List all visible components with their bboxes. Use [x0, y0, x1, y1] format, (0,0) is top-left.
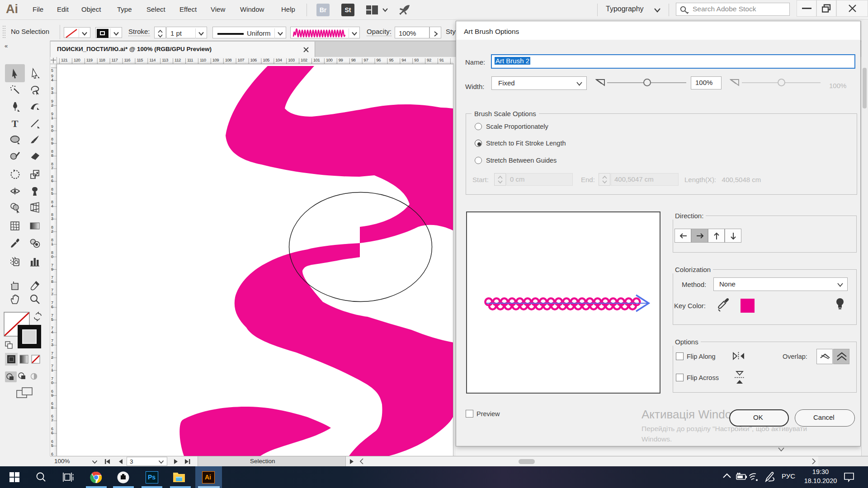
- svg-text:T: T: [12, 118, 19, 129]
